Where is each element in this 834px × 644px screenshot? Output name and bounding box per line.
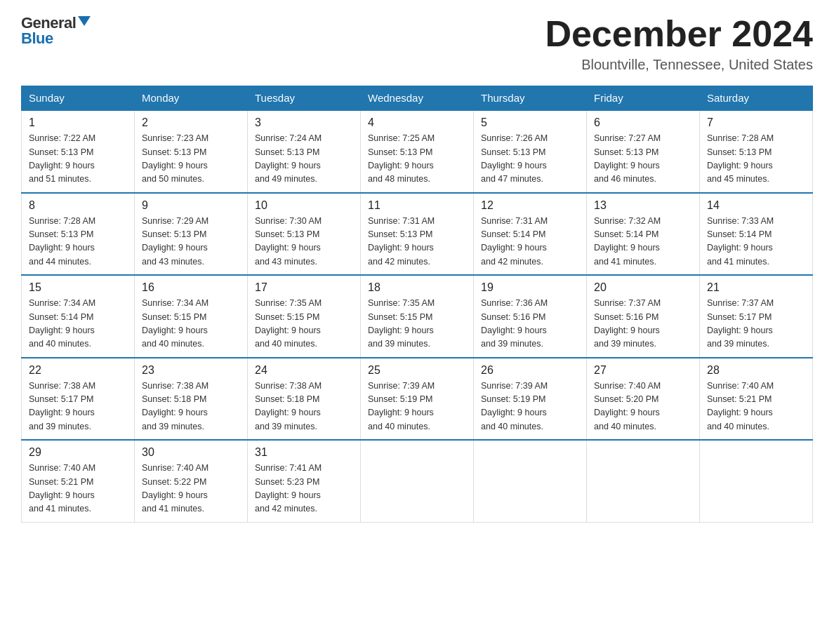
- day-info: Sunrise: 7:36 AM Sunset: 5:16 PM Dayligh…: [481, 297, 579, 351]
- calendar-cell: 2 Sunrise: 7:23 AM Sunset: 5:13 PM Dayli…: [135, 110, 248, 193]
- day-info: Sunrise: 7:34 AM Sunset: 5:15 PM Dayligh…: [142, 297, 240, 351]
- calendar-header: SundayMondayTuesdayWednesdayThursdayFrid…: [22, 86, 813, 111]
- day-info: Sunrise: 7:40 AM Sunset: 5:22 PM Dayligh…: [142, 462, 240, 516]
- day-info: Sunrise: 7:25 AM Sunset: 5:13 PM Dayligh…: [368, 132, 466, 187]
- day-number: 10: [255, 199, 353, 212]
- weekday-header-thursday: Thursday: [474, 86, 587, 111]
- logo-triangle-icon: [78, 16, 91, 26]
- calendar-cell: 16 Sunrise: 7:34 AM Sunset: 5:15 PM Dayl…: [135, 275, 248, 358]
- calendar-cell: 11 Sunrise: 7:31 AM Sunset: 5:13 PM Dayl…: [361, 193, 474, 276]
- day-number: 2: [142, 116, 240, 129]
- day-number: 1: [29, 116, 127, 129]
- day-info: Sunrise: 7:41 AM Sunset: 5:23 PM Dayligh…: [255, 462, 353, 516]
- day-number: 24: [255, 364, 353, 377]
- day-info: Sunrise: 7:23 AM Sunset: 5:13 PM Dayligh…: [142, 132, 240, 187]
- day-info: Sunrise: 7:31 AM Sunset: 5:14 PM Dayligh…: [481, 215, 579, 269]
- calendar-cell: 3 Sunrise: 7:24 AM Sunset: 5:13 PM Dayli…: [248, 110, 361, 193]
- calendar-cell: 20 Sunrise: 7:37 AM Sunset: 5:16 PM Dayl…: [587, 275, 700, 358]
- title-block: December 2024 Blountville, Tennessee, Un…: [545, 14, 813, 73]
- week-row-2: 8 Sunrise: 7:28 AM Sunset: 5:13 PM Dayli…: [22, 193, 813, 276]
- day-number: 29: [29, 446, 127, 459]
- calendar-cell: [474, 440, 587, 522]
- weekday-header-tuesday: Tuesday: [248, 86, 361, 111]
- day-info: Sunrise: 7:39 AM Sunset: 5:19 PM Dayligh…: [481, 380, 579, 434]
- day-number: 7: [707, 116, 805, 129]
- day-info: Sunrise: 7:37 AM Sunset: 5:17 PM Dayligh…: [707, 297, 805, 351]
- calendar-body: 1 Sunrise: 7:22 AM Sunset: 5:13 PM Dayli…: [22, 110, 813, 522]
- day-number: 17: [255, 281, 353, 294]
- calendar-cell: 7 Sunrise: 7:28 AM Sunset: 5:13 PM Dayli…: [700, 110, 813, 193]
- week-row-5: 29 Sunrise: 7:40 AM Sunset: 5:21 PM Dayl…: [22, 440, 813, 522]
- week-row-1: 1 Sunrise: 7:22 AM Sunset: 5:13 PM Dayli…: [22, 110, 813, 193]
- calendar-cell: 29 Sunrise: 7:40 AM Sunset: 5:21 PM Dayl…: [22, 440, 135, 522]
- week-row-3: 15 Sunrise: 7:34 AM Sunset: 5:14 PM Dayl…: [22, 275, 813, 358]
- calendar-cell: 24 Sunrise: 7:38 AM Sunset: 5:18 PM Dayl…: [248, 358, 361, 441]
- calendar-cell: 17 Sunrise: 7:35 AM Sunset: 5:15 PM Dayl…: [248, 275, 361, 358]
- logo-blue-text: Blue: [21, 29, 53, 48]
- calendar-table: SundayMondayTuesdayWednesdayThursdayFrid…: [21, 86, 813, 523]
- page-header: General Blue December 2024 Blountville, …: [21, 14, 813, 73]
- day-info: Sunrise: 7:35 AM Sunset: 5:15 PM Dayligh…: [368, 297, 466, 351]
- calendar-cell: 5 Sunrise: 7:26 AM Sunset: 5:13 PM Dayli…: [474, 110, 587, 193]
- calendar-cell: 9 Sunrise: 7:29 AM Sunset: 5:13 PM Dayli…: [135, 193, 248, 276]
- day-info: Sunrise: 7:26 AM Sunset: 5:13 PM Dayligh…: [481, 132, 579, 187]
- day-number: 26: [481, 364, 579, 377]
- calendar-cell: [700, 440, 813, 522]
- day-number: 25: [368, 364, 466, 377]
- calendar-cell: 12 Sunrise: 7:31 AM Sunset: 5:14 PM Dayl…: [474, 193, 587, 276]
- day-info: Sunrise: 7:28 AM Sunset: 5:13 PM Dayligh…: [29, 215, 127, 269]
- calendar-subtitle: Blountville, Tennessee, United States: [545, 57, 813, 73]
- calendar-cell: 28 Sunrise: 7:40 AM Sunset: 5:21 PM Dayl…: [700, 358, 813, 441]
- day-info: Sunrise: 7:31 AM Sunset: 5:13 PM Dayligh…: [368, 215, 466, 269]
- calendar-cell: 21 Sunrise: 7:37 AM Sunset: 5:17 PM Dayl…: [700, 275, 813, 358]
- day-number: 31: [255, 446, 353, 459]
- calendar-cell: 10 Sunrise: 7:30 AM Sunset: 5:13 PM Dayl…: [248, 193, 361, 276]
- day-number: 18: [368, 281, 466, 294]
- day-number: 23: [142, 364, 240, 377]
- calendar-cell: 8 Sunrise: 7:28 AM Sunset: 5:13 PM Dayli…: [22, 193, 135, 276]
- day-number: 27: [594, 364, 692, 377]
- day-number: 14: [707, 199, 805, 212]
- calendar-cell: 13 Sunrise: 7:32 AM Sunset: 5:14 PM Dayl…: [587, 193, 700, 276]
- day-info: Sunrise: 7:40 AM Sunset: 5:21 PM Dayligh…: [707, 380, 805, 434]
- day-number: 12: [481, 199, 579, 212]
- day-number: 11: [368, 199, 466, 212]
- day-number: 6: [594, 116, 692, 129]
- day-number: 3: [255, 116, 353, 129]
- day-number: 8: [29, 199, 127, 212]
- calendar-cell: 23 Sunrise: 7:38 AM Sunset: 5:18 PM Dayl…: [135, 358, 248, 441]
- calendar-cell: 27 Sunrise: 7:40 AM Sunset: 5:20 PM Dayl…: [587, 358, 700, 441]
- calendar-cell: 25 Sunrise: 7:39 AM Sunset: 5:19 PM Dayl…: [361, 358, 474, 441]
- day-number: 9: [142, 199, 240, 212]
- calendar-cell: 18 Sunrise: 7:35 AM Sunset: 5:15 PM Dayl…: [361, 275, 474, 358]
- day-number: 16: [142, 281, 240, 294]
- calendar-cell: 22 Sunrise: 7:38 AM Sunset: 5:17 PM Dayl…: [22, 358, 135, 441]
- day-number: 5: [481, 116, 579, 129]
- day-number: 21: [707, 281, 805, 294]
- calendar-cell: 14 Sunrise: 7:33 AM Sunset: 5:14 PM Dayl…: [700, 193, 813, 276]
- day-info: Sunrise: 7:28 AM Sunset: 5:13 PM Dayligh…: [707, 132, 805, 187]
- day-info: Sunrise: 7:40 AM Sunset: 5:21 PM Dayligh…: [29, 462, 127, 516]
- calendar-title: December 2024: [545, 14, 813, 54]
- day-info: Sunrise: 7:38 AM Sunset: 5:18 PM Dayligh…: [255, 380, 353, 434]
- day-info: Sunrise: 7:27 AM Sunset: 5:13 PM Dayligh…: [594, 132, 692, 187]
- day-number: 13: [594, 199, 692, 212]
- day-number: 15: [29, 281, 127, 294]
- calendar-cell: 4 Sunrise: 7:25 AM Sunset: 5:13 PM Dayli…: [361, 110, 474, 193]
- calendar-cell: [587, 440, 700, 522]
- day-number: 22: [29, 364, 127, 377]
- weekday-header-friday: Friday: [587, 86, 700, 111]
- day-info: Sunrise: 7:35 AM Sunset: 5:15 PM Dayligh…: [255, 297, 353, 351]
- day-info: Sunrise: 7:40 AM Sunset: 5:20 PM Dayligh…: [594, 380, 692, 434]
- day-info: Sunrise: 7:37 AM Sunset: 5:16 PM Dayligh…: [594, 297, 692, 351]
- day-info: Sunrise: 7:22 AM Sunset: 5:13 PM Dayligh…: [29, 132, 127, 187]
- calendar-cell: 26 Sunrise: 7:39 AM Sunset: 5:19 PM Dayl…: [474, 358, 587, 441]
- day-info: Sunrise: 7:34 AM Sunset: 5:14 PM Dayligh…: [29, 297, 127, 351]
- day-number: 4: [368, 116, 466, 129]
- calendar-cell: 1 Sunrise: 7:22 AM Sunset: 5:13 PM Dayli…: [22, 110, 135, 193]
- weekday-row: SundayMondayTuesdayWednesdayThursdayFrid…: [22, 86, 813, 111]
- day-info: Sunrise: 7:33 AM Sunset: 5:14 PM Dayligh…: [707, 215, 805, 269]
- calendar-cell: 6 Sunrise: 7:27 AM Sunset: 5:13 PM Dayli…: [587, 110, 700, 193]
- weekday-header-monday: Monday: [135, 86, 248, 111]
- day-info: Sunrise: 7:24 AM Sunset: 5:13 PM Dayligh…: [255, 132, 353, 187]
